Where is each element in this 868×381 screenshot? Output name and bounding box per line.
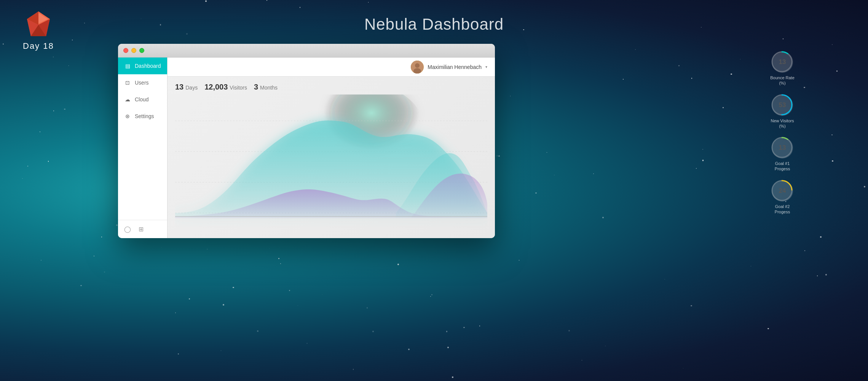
maximize-button[interactable] <box>139 48 144 53</box>
dashboard-icon: ▤ <box>124 63 131 69</box>
logo-area: Day 18 <box>23 11 54 51</box>
goal2-value: 24 <box>779 187 786 195</box>
sidebar-item-users-label: Users <box>135 80 149 86</box>
new-visitors-circle: 53 <box>772 94 793 116</box>
grid-icon[interactable]: ⊞ <box>139 226 144 233</box>
settings-icon: ⊛ <box>124 113 131 119</box>
user-info[interactable]: Maximilian Hennebach ▾ <box>411 61 487 74</box>
stat-days-label: Days <box>185 85 198 91</box>
title-bar <box>118 44 495 58</box>
goal2-label: Goal #2 Progess <box>767 204 798 215</box>
users-icon: ⊡ <box>124 80 131 86</box>
chevron-down-icon: ▾ <box>485 65 487 69</box>
metric-new-visitors: 53 New Visitors (%) <box>767 94 798 129</box>
chart-area <box>168 94 495 238</box>
sidebar-item-cloud[interactable]: ☁ Cloud <box>118 91 167 108</box>
new-visitors-value: 53 <box>779 101 786 109</box>
bounce-rate-label: Bounce Rate (%) <box>767 75 798 86</box>
sidebar-item-settings-label: Settings <box>135 113 154 119</box>
chart-svg <box>175 94 487 231</box>
svg-point-8 <box>415 63 420 68</box>
sidebar-nav: ▤ Dashboard ⊡ Users ☁ Cloud ⊛ Settings <box>118 58 167 220</box>
sidebar: ▤ Dashboard ⊡ Users ☁ Cloud ⊛ Settings ◯ <box>118 58 168 238</box>
bounce-rate-value: 13 <box>779 58 786 66</box>
stat-months: 3 Months <box>254 83 278 91</box>
minimize-button[interactable] <box>131 48 136 53</box>
close-button[interactable] <box>123 48 128 53</box>
window-body: ▤ Dashboard ⊡ Users ☁ Cloud ⊛ Settings ◯ <box>118 58 495 238</box>
stat-visitors: 12,003 Visitors <box>204 83 247 91</box>
stat-months-number: 3 <box>254 83 258 91</box>
diamond-logo <box>23 11 54 38</box>
goal1-value: 13 <box>779 144 786 152</box>
sidebar-item-dashboard[interactable]: ▤ Dashboard <box>118 58 167 74</box>
user-name: Maximilian Hennebach <box>428 64 482 70</box>
sidebar-item-users[interactable]: ⊡ Users <box>118 74 167 91</box>
stat-days-number: 13 <box>175 83 183 91</box>
app-window: ▤ Dashboard ⊡ Users ☁ Cloud ⊛ Settings ◯ <box>118 44 495 238</box>
metric-goal2: 24 Goal #2 Progess <box>767 180 798 215</box>
top-bar: Maximilian Hennebach ▾ <box>168 58 495 77</box>
stats-bar: 13 Days 12,003 Visitors 3 Months <box>168 77 495 94</box>
main-content: Maximilian Hennebach ▾ 13 Days 12,003 Vi… <box>168 58 495 238</box>
metric-goal1: 13 Goal #1 Progess <box>767 137 798 172</box>
sidebar-bottom: ◯ ⊞ <box>118 220 167 238</box>
stat-visitors-label: Visitors <box>230 85 247 91</box>
bounce-rate-circle: 13 <box>772 51 793 73</box>
metrics-panel: 13 Bounce Rate (%) 53 New Visitors (%) 1… <box>767 51 798 215</box>
goal1-label: Goal #1 Progess <box>767 161 798 172</box>
stat-months-label: Months <box>260 85 278 91</box>
cloud-icon: ☁ <box>124 96 131 102</box>
goal1-circle: 13 <box>772 137 793 158</box>
stat-days: 13 Days <box>175 83 198 91</box>
sidebar-item-cloud-label: Cloud <box>135 96 149 102</box>
new-visitors-label: New Visitors (%) <box>767 118 798 129</box>
profile-icon[interactable]: ◯ <box>124 226 131 233</box>
metric-bounce-rate: 13 Bounce Rate (%) <box>767 51 798 86</box>
page-title: Nebula Dashboard <box>364 15 504 34</box>
sidebar-item-settings[interactable]: ⊛ Settings <box>118 108 167 125</box>
day-badge: Day 18 <box>23 41 54 51</box>
stat-visitors-number: 12,003 <box>204 83 228 91</box>
sidebar-item-dashboard-label: Dashboard <box>135 63 161 69</box>
avatar <box>411 61 424 74</box>
goal2-circle: 24 <box>772 180 793 202</box>
